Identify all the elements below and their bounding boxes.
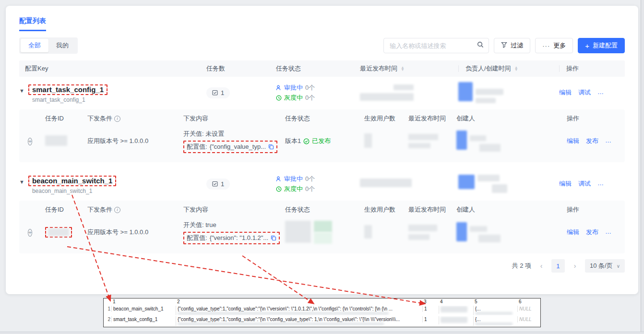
db-cell-json: {"config_value_type":1,"config_value":"{… xyxy=(176,306,422,315)
status-graying: 灰度中 xyxy=(284,184,303,194)
db-row[interactable]: 1 beacon_main_switch_1 {"config_value_ty… xyxy=(104,306,540,316)
table-header: 配置Key 任务数 任务状态 最近发布时间 ▲▼ 负责人/创建时间 ▲▼ 操作 xyxy=(19,60,625,77)
redacted-text xyxy=(470,135,486,141)
row-more-link[interactable]: … xyxy=(597,88,604,97)
create-config-button[interactable]: + 新建配置 xyxy=(578,38,625,53)
row-more-link[interactable]: … xyxy=(605,137,611,145)
chevron-down-icon[interactable]: ▼ xyxy=(19,88,24,94)
sub-col-actions: 操作 xyxy=(567,114,616,123)
redacted-text xyxy=(441,317,467,323)
redacted-text xyxy=(479,144,501,152)
col-last-publish: 最近发布时间 ▲▼ xyxy=(360,64,458,73)
toggle-all[interactable]: 全部 xyxy=(21,39,48,52)
sub-col-creator: 创建人 xyxy=(456,114,567,123)
redacted-text xyxy=(478,235,501,242)
expand-row-icon[interactable]: + xyxy=(28,138,32,145)
sort-icon[interactable]: ▲▼ xyxy=(514,66,518,71)
search-icon[interactable] xyxy=(477,41,484,50)
publish-link[interactable]: 发布 xyxy=(586,228,598,237)
redacted-avatar xyxy=(458,82,473,101)
expand-row-icon[interactable]: + xyxy=(28,229,32,237)
redacted-text xyxy=(475,312,513,315)
info-icon[interactable]: i xyxy=(114,207,120,213)
config-list-card: 配置列表 全部 我的 过滤 ··· 更多 + 新建配置 xyxy=(6,6,638,294)
redacted-text xyxy=(408,234,429,240)
redacted-text xyxy=(476,98,496,103)
next-page-button[interactable]: › xyxy=(569,260,581,272)
current-page[interactable]: 1 xyxy=(551,259,565,273)
pagination: 共 2 项 ‹ 1 › 10 条/页 ∨ xyxy=(19,259,625,273)
approver-icon xyxy=(276,176,282,182)
sub-task-row: + 应用版本号 >= 1.0.0.0 开关值: true 配置值: {"vers… xyxy=(21,219,623,249)
filter-button[interactable]: 过滤 xyxy=(494,38,530,53)
config-label: 配置值: xyxy=(187,234,207,242)
copy-icon[interactable] xyxy=(268,144,274,150)
chevron-down-icon[interactable]: ▼ xyxy=(19,179,24,185)
col-actions: 操作 xyxy=(559,64,625,73)
db-cell-count: 1 xyxy=(422,306,439,312)
publish-status: 已发布 xyxy=(312,137,331,145)
search-input[interactable] xyxy=(389,42,477,50)
col-task-status: 任务状态 xyxy=(276,64,360,73)
db-cell-json: {"config_value_type":1,"config_value":"{… xyxy=(176,316,422,326)
page-size-select[interactable]: 10 条/页 ∨ xyxy=(585,259,625,273)
row-more-link[interactable]: … xyxy=(597,179,604,188)
config-key-link[interactable]: beacon_main_switch_1 xyxy=(32,177,113,185)
sub-task-panel: 任务ID 下发条件 i 下发内容 任务状态 生效用户数 最近发布时间 创建人 操… xyxy=(19,201,625,253)
task-version: 版本1 xyxy=(285,137,301,145)
annotation-box: 配置值: {"version": "1.0.1.2"... xyxy=(183,232,280,244)
header-divider xyxy=(559,65,560,72)
toolbar: 全部 我的 过滤 ··· 更多 + 新建配置 xyxy=(19,37,625,54)
filter-label: 过滤 xyxy=(511,41,523,50)
config-key-link[interactable]: smart_task_config_1 xyxy=(32,85,104,94)
db-cell-null: NULL xyxy=(517,306,540,312)
row-more-link[interactable]: … xyxy=(605,228,611,237)
sort-icon[interactable]: ▲▼ xyxy=(401,66,405,71)
edit-link[interactable]: 编辑 xyxy=(567,228,579,237)
redacted-text xyxy=(360,93,414,101)
group-row-beacon-switch: ▼ beacon_main_switch_1 beacon_main_switc… xyxy=(19,168,625,200)
switch-value: true xyxy=(205,221,216,228)
db-cell-count: 1 xyxy=(422,316,439,322)
more-button[interactable]: ··· 更多 xyxy=(535,38,573,53)
status-approving: 审批中 xyxy=(284,174,303,184)
redacted-text xyxy=(408,225,437,231)
redacted-task-id xyxy=(45,135,67,146)
window-edge xyxy=(0,332,644,334)
edit-link[interactable]: 编辑 xyxy=(559,88,572,97)
sub-task-panel: 任务ID 下发条件 i 下发内容 任务状态 生效用户数 最近发布时间 创建人 操… xyxy=(19,109,625,162)
more-dots-icon: ··· xyxy=(542,42,550,49)
publish-link[interactable]: 发布 xyxy=(586,137,598,145)
copy-icon[interactable] xyxy=(271,235,276,241)
tab-config-list[interactable]: 配置列表 xyxy=(19,17,46,31)
sub-col-users: 生效用户数 xyxy=(364,114,408,123)
redacted-text xyxy=(394,84,414,90)
approver-icon xyxy=(276,85,282,91)
status-approving: 审批中 xyxy=(284,83,303,93)
db-col-1: 1 xyxy=(111,298,176,305)
plus-icon: + xyxy=(585,42,589,49)
db-row[interactable]: 2 smart_task_config_1 {"config_value_typ… xyxy=(104,316,540,327)
task-count-badge: 1 xyxy=(206,87,230,98)
toggle-mine[interactable]: 我的 xyxy=(48,39,76,52)
db-cell-key: smart_task_config_1 xyxy=(111,316,176,322)
db-col-2: 2 xyxy=(176,298,422,305)
info-icon[interactable]: i xyxy=(114,116,120,122)
redacted-text xyxy=(178,322,384,325)
switch-label: 开关值: xyxy=(183,130,204,137)
edit-link[interactable]: 编辑 xyxy=(559,179,572,188)
config-value: {"version": "1.0.1.2"... xyxy=(210,234,269,241)
create-label: 新建配置 xyxy=(593,41,618,50)
switch-value: 未设置 xyxy=(205,130,224,137)
db-result-grid: 1 2 3 4 5 6 1 beacon_main_switch_1 {"con… xyxy=(103,298,541,327)
task-count-badge: 1 xyxy=(206,179,230,190)
debug-link[interactable]: 调试 xyxy=(578,179,591,188)
redacted-text xyxy=(314,221,332,232)
search-box[interactable] xyxy=(383,38,489,53)
sub-col-content: 下发内容 xyxy=(183,205,285,214)
sub-col-users: 生效用户数 xyxy=(364,205,408,214)
debug-link[interactable]: 调试 xyxy=(578,88,591,97)
config-label: 配置值: xyxy=(187,143,207,151)
edit-link[interactable]: 编辑 xyxy=(567,137,579,145)
prev-page-button[interactable]: ‹ xyxy=(535,260,548,272)
